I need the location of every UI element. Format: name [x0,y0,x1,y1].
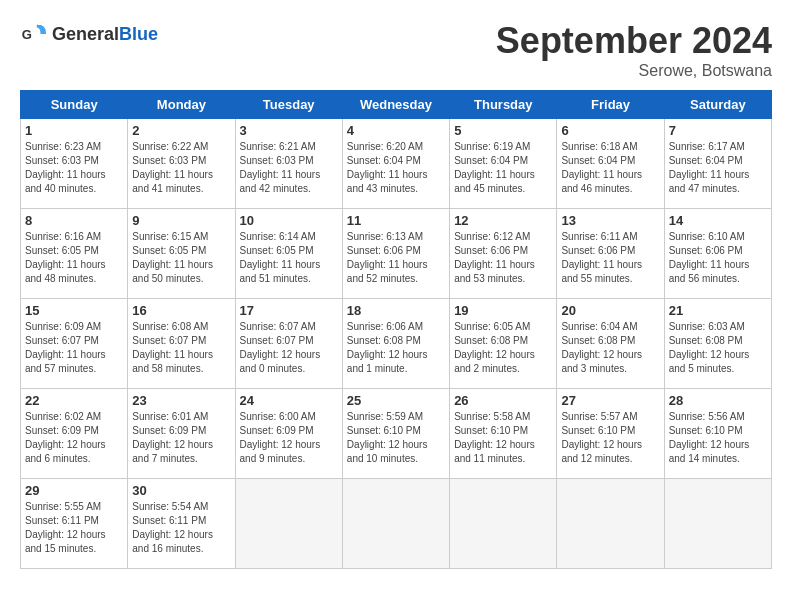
day-number: 12 [454,213,552,228]
day-info: Sunrise: 6:04 AMSunset: 6:08 PMDaylight:… [561,320,659,376]
calendar-cell: 22Sunrise: 6:02 AMSunset: 6:09 PMDayligh… [21,389,128,479]
day-number: 20 [561,303,659,318]
day-info: Sunrise: 6:01 AMSunset: 6:09 PMDaylight:… [132,410,230,466]
day-number: 3 [240,123,338,138]
calendar-header-row: SundayMondayTuesdayWednesdayThursdayFrid… [21,91,772,119]
day-header-tuesday: Tuesday [235,91,342,119]
day-info: Sunrise: 6:17 AMSunset: 6:04 PMDaylight:… [669,140,767,196]
day-number: 7 [669,123,767,138]
day-info: Sunrise: 6:02 AMSunset: 6:09 PMDaylight:… [25,410,123,466]
day-info: Sunrise: 6:05 AMSunset: 6:08 PMDaylight:… [454,320,552,376]
day-number: 27 [561,393,659,408]
calendar-cell: 25Sunrise: 5:59 AMSunset: 6:10 PMDayligh… [342,389,449,479]
calendar-cell: 7Sunrise: 6:17 AMSunset: 6:04 PMDaylight… [664,119,771,209]
day-info: Sunrise: 5:54 AMSunset: 6:11 PMDaylight:… [132,500,230,556]
calendar-week-row: 8Sunrise: 6:16 AMSunset: 6:05 PMDaylight… [21,209,772,299]
day-header-saturday: Saturday [664,91,771,119]
calendar-cell: 27Sunrise: 5:57 AMSunset: 6:10 PMDayligh… [557,389,664,479]
day-number: 30 [132,483,230,498]
day-header-thursday: Thursday [450,91,557,119]
logo: G GeneralBlue [20,20,158,48]
title-section: September 2024 Serowe, Botswana [496,20,772,80]
page-header: G GeneralBlue September 2024 Serowe, Bot… [20,20,772,80]
calendar-cell: 2Sunrise: 6:22 AMSunset: 6:03 PMDaylight… [128,119,235,209]
day-info: Sunrise: 5:55 AMSunset: 6:11 PMDaylight:… [25,500,123,556]
day-header-friday: Friday [557,91,664,119]
day-info: Sunrise: 6:09 AMSunset: 6:07 PMDaylight:… [25,320,123,376]
calendar-cell: 23Sunrise: 6:01 AMSunset: 6:09 PMDayligh… [128,389,235,479]
day-info: Sunrise: 6:21 AMSunset: 6:03 PMDaylight:… [240,140,338,196]
calendar-cell: 13Sunrise: 6:11 AMSunset: 6:06 PMDayligh… [557,209,664,299]
day-number: 24 [240,393,338,408]
day-info: Sunrise: 6:12 AMSunset: 6:06 PMDaylight:… [454,230,552,286]
calendar-cell [557,479,664,569]
day-info: Sunrise: 6:15 AMSunset: 6:05 PMDaylight:… [132,230,230,286]
day-info: Sunrise: 6:06 AMSunset: 6:08 PMDaylight:… [347,320,445,376]
calendar-cell: 14Sunrise: 6:10 AMSunset: 6:06 PMDayligh… [664,209,771,299]
day-info: Sunrise: 6:16 AMSunset: 6:05 PMDaylight:… [25,230,123,286]
day-number: 9 [132,213,230,228]
day-info: Sunrise: 6:14 AMSunset: 6:05 PMDaylight:… [240,230,338,286]
day-number: 6 [561,123,659,138]
calendar-cell: 3Sunrise: 6:21 AMSunset: 6:03 PMDaylight… [235,119,342,209]
calendar-cell: 24Sunrise: 6:00 AMSunset: 6:09 PMDayligh… [235,389,342,479]
calendar-cell: 17Sunrise: 6:07 AMSunset: 6:07 PMDayligh… [235,299,342,389]
calendar-cell: 12Sunrise: 6:12 AMSunset: 6:06 PMDayligh… [450,209,557,299]
day-header-monday: Monday [128,91,235,119]
calendar-cell: 6Sunrise: 6:18 AMSunset: 6:04 PMDaylight… [557,119,664,209]
day-info: Sunrise: 6:10 AMSunset: 6:06 PMDaylight:… [669,230,767,286]
day-info: Sunrise: 6:03 AMSunset: 6:08 PMDaylight:… [669,320,767,376]
day-info: Sunrise: 6:07 AMSunset: 6:07 PMDaylight:… [240,320,338,376]
day-number: 4 [347,123,445,138]
calendar-cell: 5Sunrise: 6:19 AMSunset: 6:04 PMDaylight… [450,119,557,209]
day-info: Sunrise: 6:13 AMSunset: 6:06 PMDaylight:… [347,230,445,286]
day-number: 28 [669,393,767,408]
day-info: Sunrise: 6:23 AMSunset: 6:03 PMDaylight:… [25,140,123,196]
day-number: 22 [25,393,123,408]
day-info: Sunrise: 5:58 AMSunset: 6:10 PMDaylight:… [454,410,552,466]
calendar-week-row: 29Sunrise: 5:55 AMSunset: 6:11 PMDayligh… [21,479,772,569]
day-info: Sunrise: 5:57 AMSunset: 6:10 PMDaylight:… [561,410,659,466]
day-info: Sunrise: 6:00 AMSunset: 6:09 PMDaylight:… [240,410,338,466]
calendar-cell: 16Sunrise: 6:08 AMSunset: 6:07 PMDayligh… [128,299,235,389]
calendar-cell: 18Sunrise: 6:06 AMSunset: 6:08 PMDayligh… [342,299,449,389]
day-number: 5 [454,123,552,138]
calendar-body: 1Sunrise: 6:23 AMSunset: 6:03 PMDaylight… [21,119,772,569]
logo-icon: G [20,20,48,48]
day-number: 1 [25,123,123,138]
day-number: 21 [669,303,767,318]
calendar-cell: 26Sunrise: 5:58 AMSunset: 6:10 PMDayligh… [450,389,557,479]
calendar-table: SundayMondayTuesdayWednesdayThursdayFrid… [20,90,772,569]
calendar-cell: 20Sunrise: 6:04 AMSunset: 6:08 PMDayligh… [557,299,664,389]
calendar-cell: 19Sunrise: 6:05 AMSunset: 6:08 PMDayligh… [450,299,557,389]
day-number: 10 [240,213,338,228]
day-number: 2 [132,123,230,138]
day-info: Sunrise: 6:18 AMSunset: 6:04 PMDaylight:… [561,140,659,196]
day-header-sunday: Sunday [21,91,128,119]
calendar-cell: 28Sunrise: 5:56 AMSunset: 6:10 PMDayligh… [664,389,771,479]
day-number: 15 [25,303,123,318]
day-header-wednesday: Wednesday [342,91,449,119]
calendar-cell: 29Sunrise: 5:55 AMSunset: 6:11 PMDayligh… [21,479,128,569]
calendar-week-row: 22Sunrise: 6:02 AMSunset: 6:09 PMDayligh… [21,389,772,479]
location-title: Serowe, Botswana [496,62,772,80]
calendar-week-row: 15Sunrise: 6:09 AMSunset: 6:07 PMDayligh… [21,299,772,389]
month-title: September 2024 [496,20,772,62]
day-number: 8 [25,213,123,228]
day-info: Sunrise: 5:59 AMSunset: 6:10 PMDaylight:… [347,410,445,466]
calendar-week-row: 1Sunrise: 6:23 AMSunset: 6:03 PMDaylight… [21,119,772,209]
logo-general-text: GeneralBlue [52,24,158,45]
day-info: Sunrise: 5:56 AMSunset: 6:10 PMDaylight:… [669,410,767,466]
day-number: 13 [561,213,659,228]
calendar-cell: 9Sunrise: 6:15 AMSunset: 6:05 PMDaylight… [128,209,235,299]
calendar-cell [235,479,342,569]
calendar-cell: 1Sunrise: 6:23 AMSunset: 6:03 PMDaylight… [21,119,128,209]
day-info: Sunrise: 6:20 AMSunset: 6:04 PMDaylight:… [347,140,445,196]
calendar-cell: 10Sunrise: 6:14 AMSunset: 6:05 PMDayligh… [235,209,342,299]
calendar-cell [450,479,557,569]
calendar-cell [664,479,771,569]
calendar-cell: 21Sunrise: 6:03 AMSunset: 6:08 PMDayligh… [664,299,771,389]
day-number: 11 [347,213,445,228]
calendar-cell: 11Sunrise: 6:13 AMSunset: 6:06 PMDayligh… [342,209,449,299]
calendar-cell [342,479,449,569]
